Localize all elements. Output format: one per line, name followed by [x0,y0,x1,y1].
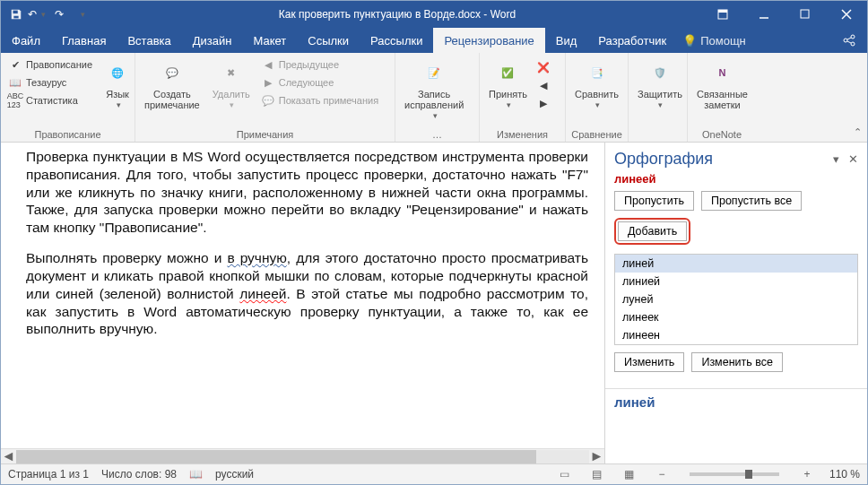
word-count-button[interactable]: ABC123Статистика [6,92,94,108]
tab-layout[interactable]: Макет [242,28,297,53]
svg-line-12 [847,41,851,43]
collapse-ribbon-icon[interactable]: ⌃ [854,126,862,138]
share-icon[interactable] [831,33,867,48]
svg-point-10 [851,42,855,46]
delete-comment-button[interactable]: ✖Удалить▾ [209,56,254,112]
tab-references[interactable]: Ссылки [297,28,360,53]
menu-bar: Файл Главная Вставка Дизайн Макет Ссылки… [1,28,867,53]
save-icon[interactable] [6,4,26,24]
minimize-icon[interactable] [743,1,785,28]
suggestion-item[interactable]: линеек [615,308,857,326]
group-proofing-label: Правописание [6,127,129,140]
group-compare-label: Сравнение [571,127,622,140]
svg-rect-1 [13,16,18,19]
redo-icon[interactable]: ↷ [49,4,69,24]
status-bar: Страница 1 из 1 Число слов: 98 📖 русский… [1,463,867,484]
scroll-thumb[interactable] [16,450,536,463]
spelling-pane: Орфография ▾ ✕ линеей Пропустить Пропуст… [604,143,867,463]
pane-menu-icon[interactable]: ▾ [833,152,839,166]
tab-mailings[interactable]: Рассылки [360,28,433,53]
spelling-error: линеей [239,286,286,301]
track-changes-button[interactable]: 📝Запись исправлений▾ [401,56,467,123]
tab-home[interactable]: Главная [51,28,117,53]
proofing-icon[interactable]: 📖 [189,468,203,481]
change-all-button[interactable]: Изменить все [691,352,783,372]
suggestions-list: линей линией луней линеек линеен [614,254,858,345]
reject-icon[interactable]: ❌ [536,60,551,74]
language-indicator[interactable]: русский [215,468,254,481]
group-changes-label: Изменения [485,127,560,140]
grammar-error: в ручную [227,250,286,265]
zoom-level[interactable]: 110 % [829,468,860,481]
suggestion-item[interactable]: линей [615,255,857,273]
ignore-button[interactable]: Пропустить [614,191,694,211]
tab-developer[interactable]: Разработчик [587,28,677,53]
qat-customize-icon[interactable]: ▾ [73,4,92,24]
paragraph: Выполнять проверку можно и в ручную, для… [26,249,588,338]
tab-file[interactable]: Файл [1,28,51,53]
zoom-out-icon[interactable]: − [652,466,672,482]
suggestion-item[interactable]: луней [615,290,857,308]
svg-point-8 [851,35,855,39]
close-icon[interactable] [826,1,867,28]
ribbon: ✔Правописание 📖Тезаурус ABC123Статистика… [1,53,867,143]
suggestion-item[interactable]: линеен [615,326,857,344]
title-bar: ↶▾ ↷ ▾ Как проверить пунктуацию в Ворде.… [1,1,867,28]
document-area[interactable]: Проверка пунктуации в MS Word осуществля… [1,143,604,463]
thesaurus-button[interactable]: 📖Тезаурус [6,74,94,91]
next-comment-button[interactable]: ▶Следующее [259,74,380,91]
protect-button[interactable]: 🛡️Защитить▾ [634,56,686,112]
change-button[interactable]: Изменить [614,352,684,372]
misspelled-word: линеей [605,170,867,191]
web-layout-icon[interactable]: ▦ [620,466,639,482]
group-comments-label: Примечания [141,127,389,140]
svg-line-11 [847,38,851,39]
tab-insert[interactable]: Вставка [117,28,181,53]
language-button[interactable]: 🌐Язык▾ [100,56,135,112]
page-indicator[interactable]: Страница 1 из 1 [8,468,89,481]
undo-icon[interactable]: ↶▾ [28,4,48,24]
tab-review[interactable]: Рецензирование [433,28,544,53]
suggestion-item[interactable]: линией [615,273,857,290]
pane-title: Орфография [614,150,713,169]
pane-close-icon[interactable]: ✕ [848,152,858,166]
spelling-button[interactable]: ✔Правописание [6,56,94,73]
tell-me[interactable]: 💡 Помощн [682,34,746,48]
svg-rect-3 [718,10,727,13]
tab-view[interactable]: Вид [545,28,588,53]
zoom-slider[interactable] [690,472,779,476]
definition-word: линей [605,394,867,410]
group-onenote-label: OneNote [693,127,751,140]
accept-button[interactable]: ✅Принять▾ [485,56,531,112]
ignore-all-button[interactable]: Пропустить все [701,191,802,211]
group-tracking-label: … [401,127,473,140]
scroll-left-icon[interactable]: ◄ [1,449,16,464]
horizontal-scrollbar[interactable]: ◄ ► [1,448,604,463]
add-to-dictionary-button[interactable]: Добавить [618,221,687,241]
onenote-button[interactable]: NСвязанные заметки [693,56,751,112]
paragraph: Проверка пунктуации в MS Word осуществля… [26,148,588,237]
read-mode-icon[interactable]: ▭ [555,466,575,482]
svg-rect-5 [801,10,809,18]
svg-point-9 [844,39,847,42]
zoom-in-icon[interactable]: + [797,466,817,482]
compare-button[interactable]: 📑Сравнить▾ [571,56,622,112]
ribbon-display-icon[interactable] [702,1,743,28]
word-count[interactable]: Число слов: 98 [101,468,177,481]
new-comment-button[interactable]: 💬Создать примечание [141,56,204,112]
next-change-icon[interactable]: ▶ [536,96,551,110]
prev-change-icon[interactable]: ◀ [536,78,551,92]
show-comments-button[interactable]: 💬Показать примечания [259,92,380,108]
svg-rect-0 [13,11,18,14]
tab-design[interactable]: Дизайн [182,28,243,53]
window-title: Как проверить пунктуацию в Ворде.docx - … [92,8,702,21]
prev-comment-button[interactable]: ◀Предыдущее [259,56,380,73]
print-layout-icon[interactable]: ▤ [587,466,607,482]
maximize-icon[interactable] [785,1,826,28]
scroll-right-icon[interactable]: ► [589,449,604,464]
